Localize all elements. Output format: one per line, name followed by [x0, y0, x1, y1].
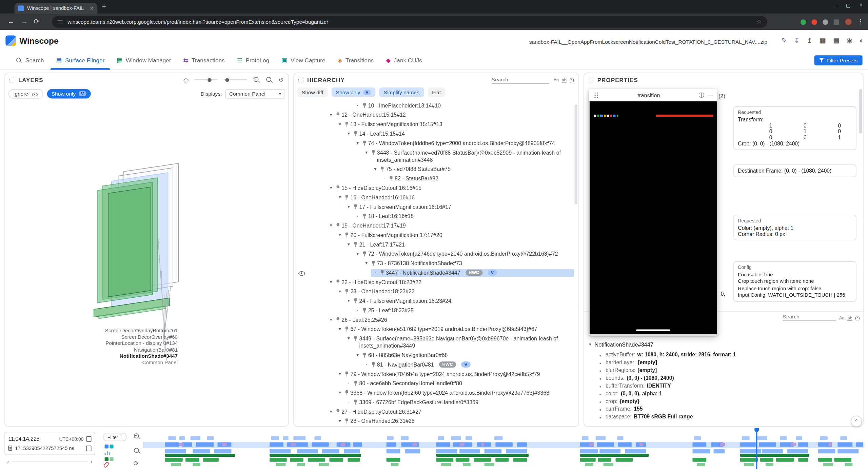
trace-entry-block[interactable] [401, 436, 409, 440]
trace-entry-block[interactable] [744, 463, 754, 466]
site-info-icon[interactable] [58, 19, 63, 24]
tab-protolog[interactable]: ☰ProtoLog [237, 51, 270, 70]
pin-icon[interactable] [344, 232, 349, 238]
trace-entry-block[interactable] [180, 436, 185, 440]
timeline-row-protolog[interactable] [143, 458, 864, 461]
trace-entry-block[interactable] [270, 458, 287, 461]
trace-entry-block[interactable] [485, 449, 502, 453]
trace-entry-block[interactable] [466, 436, 472, 440]
trace-entry-block[interactable] [412, 443, 417, 446]
property-row[interactable]: blurRegions:[empty] [599, 367, 859, 375]
dashboard-icon[interactable]: ▦ [820, 37, 826, 44]
profile-avatar[interactable] [845, 18, 852, 25]
pin-icon[interactable] [344, 390, 349, 395]
trace-entry-block[interactable] [314, 436, 321, 440]
leaf-dot-icon[interactable]: · [355, 307, 360, 314]
upload-icon[interactable]: ↥ [807, 37, 812, 44]
trace-entry-block[interactable] [639, 443, 643, 446]
trace-entry-block[interactable] [776, 458, 794, 461]
new-tab-button[interactable]: + [102, 2, 106, 11]
screenshot-overlay-window[interactable]: transition ⓘ — [589, 89, 717, 336]
pin-icon[interactable] [380, 270, 384, 275]
properties-search-input[interactable] [783, 313, 836, 320]
trace-entry-block[interactable] [283, 436, 289, 440]
pin-icon[interactable] [362, 251, 367, 256]
leaf-dot-icon[interactable]: · [355, 213, 360, 220]
trace-entry-block[interactable] [293, 436, 305, 440]
trace-entry-block[interactable] [436, 454, 528, 457]
trace-entry-block[interactable] [616, 458, 633, 461]
browser-tab[interactable]: Winscope | sandbox-FAIL × [14, 3, 97, 14]
collapse-icon[interactable]: ▾ [346, 241, 351, 248]
collapse-icon[interactable]: ▾ [346, 203, 351, 210]
pin-icon[interactable] [353, 298, 358, 303]
scrollbar-thumb[interactable] [859, 89, 862, 134]
pin-icon[interactable] [353, 336, 358, 341]
collapse-timeline-button[interactable]: ^ [851, 416, 862, 427]
pin-icon[interactable] [344, 418, 349, 424]
trace-entry-block[interactable] [796, 436, 802, 440]
filter-presets-button[interactable]: Filter Presets [814, 55, 863, 65]
hierarchy-node[interactable]: ▾3449 - Surface(name=885b63e NavigationB… [294, 334, 574, 350]
pin-icon[interactable] [353, 131, 358, 136]
drag-handle-icon[interactable] [593, 92, 599, 99]
regex-icon[interactable]: (*) [569, 77, 574, 82]
pin-icon[interactable] [344, 289, 349, 294]
property-row[interactable]: activeBuffer:w: 1080, h: 2400, stride: 2… [599, 352, 859, 359]
trace-entry-block[interactable] [291, 443, 296, 446]
collapse-icon[interactable]: ▾ [328, 316, 334, 323]
pin-icon[interactable] [335, 185, 340, 191]
trace-entry-block[interactable] [463, 463, 471, 466]
hierarchy-node[interactable]: ·3447 - NotificationShade#3447HWCV [294, 268, 574, 277]
trace-entry-block[interactable] [214, 449, 232, 453]
property-row[interactable]: barrierLayer:[empty] [599, 359, 859, 367]
window-minimize-icon[interactable]: – [834, 3, 837, 8]
property-row[interactable]: dataspace:BT709 sRGB Full range [599, 414, 859, 421]
collapse-icon[interactable]: ▾ [355, 352, 360, 359]
url-input[interactable] [67, 19, 752, 25]
trace-entry-block[interactable] [600, 449, 621, 453]
view-3d-icon[interactable]: ◇ [183, 76, 188, 83]
zoom-out-icon[interactable]: − [133, 447, 140, 454]
trace-entry-block[interactable] [193, 463, 200, 466]
pin-icon[interactable] [335, 223, 340, 228]
browser-menu-icon[interactable]: ⋮ [857, 18, 864, 25]
hierarchy-node[interactable]: ·18 - Leaf:16:16#18 [294, 212, 574, 221]
pin-icon[interactable] [371, 362, 375, 367]
layer-label[interactable]: NavigationBar0#81 [72, 347, 178, 353]
trace-entry-block[interactable] [506, 449, 527, 453]
hierarchy-node[interactable]: ▾15 - HideDisplayCutout:16:16#15 [294, 183, 574, 193]
pin-icon[interactable] [371, 260, 375, 266]
trace-entry-block[interactable] [387, 458, 400, 461]
collapse-icon[interactable]: ▾ [337, 194, 342, 201]
hierarchy-node[interactable]: ·80 - ace6abb SecondaryHomeHandle0#80 [294, 379, 574, 388]
reset-view-icon[interactable]: ↺ [279, 76, 284, 83]
hierarchy-node[interactable]: ▾19 - OneHanded:17:17#19 [294, 221, 574, 230]
hierarchy-node[interactable]: ▾23 - OneHanded:18:23#23 [294, 287, 574, 296]
displays-select[interactable]: Common Panel ▾ [225, 89, 285, 98]
viewcapture-trace-icon[interactable] [110, 445, 113, 448]
trace-entry-block[interactable] [348, 458, 360, 461]
pin-icon[interactable] [353, 380, 358, 386]
back-icon[interactable]: ← [8, 18, 15, 25]
trace-entry-block[interactable] [582, 436, 588, 440]
attachment-icon[interactable] [103, 461, 110, 468]
collapse-icon[interactable]: ▾ [355, 139, 360, 146]
hierarchy-node[interactable]: ▾14 - Leaf:15:15#14 [294, 129, 574, 138]
trace-entry-block[interactable] [580, 449, 598, 453]
tab-view-capture[interactable]: ▣View Capture [281, 51, 325, 70]
collapse-icon[interactable]: ▾ [346, 297, 351, 304]
property-row[interactable]: crop:{empty} [599, 398, 859, 406]
bug-report-icon[interactable]: ◉ [847, 37, 852, 44]
extension-icon-2[interactable] [811, 19, 817, 24]
trace-entry-block[interactable] [436, 449, 457, 453]
trace-entry-block[interactable] [322, 449, 340, 453]
url-bar[interactable]: ☆ [52, 16, 767, 27]
trace-entry-block[interactable] [693, 458, 706, 461]
hierarchy-node[interactable]: ▾24 - FullscreenMagnification:18:23#24 [294, 296, 574, 306]
tab-surface-flinger[interactable]: ▤Surface Flinger [56, 51, 104, 70]
layer-label[interactable]: ScreenDecorOverlay#60 [72, 334, 178, 340]
layer-label[interactable]: NotificationShade#3447 [72, 353, 178, 360]
trace-entry-block[interactable] [740, 449, 761, 453]
show-diff-toggle[interactable]: Show diff [297, 87, 328, 97]
